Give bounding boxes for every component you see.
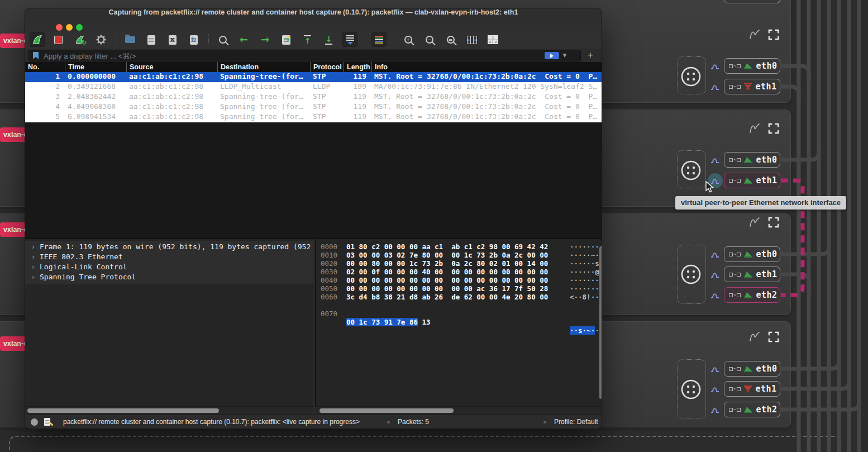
selected-bytes[interactable]: 00 1c 73 91 7e 86 [346, 318, 418, 326]
detail-hscrollbar[interactable] [25, 406, 313, 415]
traffic-wave-icon[interactable] [710, 156, 721, 164]
window-titlebar[interactable]: Capturing from packetflix:// remote clus… [25, 8, 602, 31]
chevron-right-icon[interactable]: › [32, 273, 35, 281]
hex-row-selected[interactable]: 0070 00 1c 73 91 7e 86 13 ··s·~·· [316, 301, 602, 310]
open-file-button[interactable] [122, 32, 137, 47]
traffic-wave-icon[interactable] [710, 62, 721, 70]
hex-hscrollbar[interactable] [315, 406, 602, 415]
zoom-in-button[interactable]: + [400, 32, 416, 47]
interface-chip[interactable]: ~ eth0 [724, 246, 780, 262]
profile-label[interactable]: Profile: Default [554, 418, 598, 426]
zoom-reset-button[interactable]: = [443, 32, 458, 47]
colorize-packets-button[interactable] [371, 32, 387, 47]
packet-bytes-pane[interactable]: 000001 80 c2 00 00 00 aa c1 ab c1 c2 98 … [315, 239, 602, 406]
container-node-icon[interactable] [679, 262, 703, 287]
column-header-no[interactable]: No. [25, 62, 65, 72]
packet-row-selected[interactable]: 10.000000000 aa:c1:ab:c1:c2:98Spanning-t… [25, 72, 602, 82]
find-packet-button[interactable] [215, 32, 230, 47]
interface-chip-clipped[interactable]: ~ [724, 0, 780, 3]
hex-row[interactable]: 00603c d4 b8 38 21 d8 ab 26 de 62 00 00 … [316, 293, 602, 301]
go-forward-button[interactable]: → [257, 32, 273, 47]
chevron-right-icon[interactable]: › [32, 263, 35, 271]
packet-row[interactable]: 20.349121668 aa:c1:ab:c1:c2:98LLDP_Multi… [25, 82, 602, 92]
hex-row[interactable]: 004000 00 00 00 00 00 00 00 00 00 00 00 … [316, 276, 602, 284]
scrollbar-thumb[interactable] [27, 408, 219, 413]
interface-chip[interactable]: ~ eth0 [724, 58, 780, 74]
hex-row[interactable]: 002000 00 80 00 00 1c 73 2b 0a 2c 80 02 … [316, 259, 602, 268]
traffic-wave-icon[interactable] [710, 291, 721, 299]
hex-row[interactable]: 001003 00 00 03 02 7e 80 00 00 1c 73 2b … [316, 251, 602, 259]
expert-info-icon[interactable] [31, 418, 38, 426]
scrollbar-thumb[interactable] [319, 408, 454, 413]
packet-row[interactable]: 56.098941534 aa:c1:ab:c1:c2:98Spanning-t… [25, 112, 602, 122]
interface-chip[interactable]: ~ eth1 [724, 381, 780, 397]
hex-vertical-scrollbar[interactable] [599, 247, 602, 399]
column-header-length[interactable]: Length [344, 62, 371, 72]
interface-chip[interactable]: ~ eth0 [724, 361, 780, 377]
start-capture-button[interactable] [30, 32, 45, 47]
interface-chip[interactable]: ~ eth1 [724, 79, 780, 94]
auto-scroll-button[interactable] [342, 32, 357, 47]
hex-row[interactable]: 005000 00 00 00 00 00 00 00 00 00 ac 36 … [316, 284, 602, 293]
traffic-wave-icon[interactable] [710, 385, 721, 393]
packet-row[interactable]: 44.049068360 aa:c1:ab:c1:c2:98Spanning-t… [25, 102, 602, 112]
chevron-right-icon[interactable]: › [32, 242, 35, 251]
capture-file-properties-icon[interactable] [44, 418, 50, 426]
interface-chip[interactable]: ~ eth0 [724, 152, 780, 168]
traffic-wave-icon[interactable] [710, 250, 721, 259]
traffic-wave-icon[interactable] [710, 365, 721, 373]
packet-row[interactable]: 32.048362442 aa:c1:ab:c1:c2:98Spanning-t… [25, 92, 602, 102]
column-header-time[interactable]: Time [65, 62, 126, 72]
selected-ascii[interactable]: ··s·~· [570, 326, 595, 335]
detail-row[interactable]: ›IEEE 802.3 Ethernet [25, 253, 313, 263]
display-filter-input[interactable] [42, 50, 547, 62]
main-toolbar: ↻ × ↻ ← → → ↑ ↓ [25, 31, 602, 49]
interface-chip-highlighted[interactable]: ~ eth2 [724, 287, 780, 303]
column-header-source[interactable]: Source [126, 62, 217, 72]
detail-row[interactable]: ›Frame 1: 119 bytes on wire (952 bits), … [25, 242, 313, 253]
column-header-info[interactable]: Info [371, 62, 602, 72]
zoom-out-button[interactable]: − [422, 32, 437, 47]
save-file-button[interactable] [144, 32, 159, 47]
separator-dot [543, 421, 546, 424]
chevron-right-icon[interactable]: › [32, 253, 35, 261]
cable-icon: ~ [729, 158, 741, 162]
container-node-icon[interactable] [679, 64, 703, 89]
hex-row[interactable]: 000001 80 c2 00 00 00 aa c1 ab c1 c2 98 … [316, 242, 602, 251]
go-back-button[interactable]: ← [236, 32, 251, 47]
capture-options-button[interactable] [93, 32, 108, 47]
interface-chip[interactable]: ~ eth1 [724, 267, 780, 282]
detail-row[interactable]: ›Spanning Tree Protocol [25, 273, 313, 283]
close-file-button[interactable]: × [165, 32, 180, 47]
apply-filter-button[interactable] [545, 52, 559, 59]
interface-chip[interactable]: ~ eth2 [724, 402, 780, 417]
detail-row[interactable]: ›Logical-Link Control [25, 263, 313, 273]
go-to-top-button[interactable]: ↑ [300, 32, 315, 47]
stop-capture-button[interactable] [51, 32, 66, 47]
fin-sketch-icon[interactable] [747, 215, 762, 230]
layout-chooser-button[interactable]: 1 2 3 [485, 32, 500, 47]
traffic-wave-icon[interactable] [710, 406, 721, 414]
resize-columns-button[interactable] [464, 32, 479, 47]
hex-row[interactable]: 003002 00 0f 00 00 00 40 00 00 00 00 00 … [316, 268, 602, 276]
traffic-wave-icon[interactable] [710, 270, 721, 279]
go-to-packet-button[interactable]: → [279, 32, 294, 47]
display-filter-field[interactable]: ▼ [28, 50, 581, 61]
fin-sketch-icon[interactable] [747, 27, 762, 42]
fin-sketch-icon[interactable] [747, 330, 762, 344]
container-node-icon[interactable] [679, 377, 703, 402]
traffic-wave-icon[interactable] [710, 83, 721, 91]
restart-capture-button[interactable]: ↻ [72, 32, 87, 47]
add-filter-button[interactable]: + [585, 50, 596, 61]
filter-dropdown-caret[interactable]: ▼ [561, 52, 568, 59]
bookmark-icon[interactable] [33, 52, 39, 59]
container-node-icon[interactable] [679, 158, 703, 183]
go-to-bottom-button[interactable]: ↓ [321, 32, 336, 47]
column-header-destination[interactable]: Destination [217, 62, 310, 72]
fin-sketch-icon[interactable] [747, 121, 762, 136]
column-header-protocol[interactable]: Protocol [310, 62, 344, 72]
reload-file-button[interactable]: ↻ [186, 32, 201, 47]
cable-icon: ~ [729, 179, 741, 183]
interface-chip-highlighted[interactable]: ~ eth1 [724, 173, 780, 188]
wireshark-fin-icon [744, 251, 752, 258]
